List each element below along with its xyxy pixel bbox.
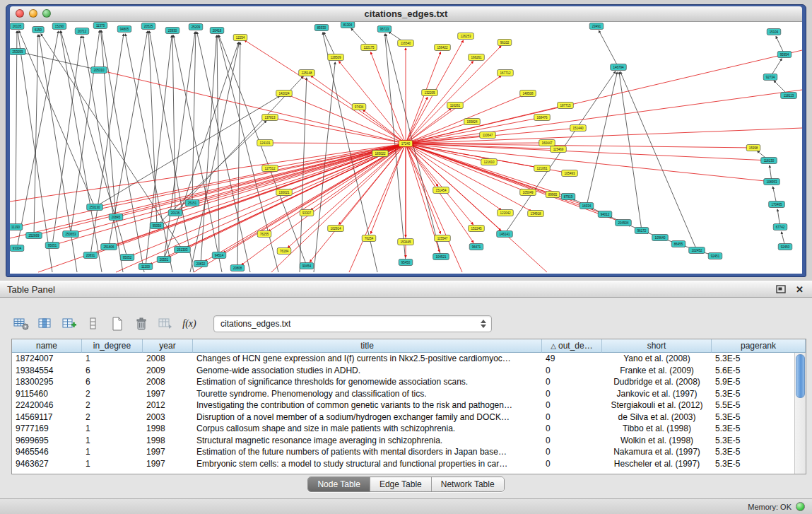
graph-node[interactable]: 168476	[534, 115, 551, 121]
graph-node[interactable]: 118113	[781, 93, 797, 99]
table-row[interactable]: 969969511998Structural magnetic resonanc…	[12, 435, 795, 447]
column-header-name[interactable]: name	[12, 339, 82, 353]
graph-node[interactable]: 76184	[277, 248, 291, 255]
graph-node[interactable]: 15998	[746, 145, 760, 151]
graph-node[interactable]: 126253	[458, 33, 474, 40]
graph-node[interactable]: 148508	[520, 90, 536, 97]
graph-node[interactable]: 187715	[558, 103, 574, 109]
graph-node[interactable]: 23930	[165, 28, 180, 34]
graph-node[interactable]: 118130	[761, 158, 777, 164]
graph-node[interactable]: 20525	[141, 23, 155, 30]
graph-node[interactable]: 104521	[433, 254, 449, 260]
graph-node[interactable]: 127512	[262, 165, 278, 172]
graph-node[interactable]: 20845	[109, 214, 123, 221]
graph-node[interactable]: 90454	[300, 263, 314, 269]
graph-node[interactable]: 96102	[498, 40, 512, 46]
graph-node[interactable]: 95051	[45, 243, 59, 249]
table-row[interactable]: 977716911998Corpus callosum shape and si…	[12, 423, 795, 435]
graph-node[interactable]: 116540	[398, 40, 414, 47]
graph-node[interactable]: 124101	[257, 140, 273, 146]
new-table-icon[interactable]	[107, 315, 127, 333]
network-window[interactable]: citations_edges.txt 17240116540122175128…	[6, 4, 806, 277]
graph-node[interactable]: 122175	[361, 45, 377, 51]
graph-node[interactable]: 85930	[314, 25, 329, 31]
graph-node[interactable]: 251303	[175, 247, 191, 253]
graph-node[interactable]: 87919	[561, 194, 575, 200]
vertical-scrollbar[interactable]	[794, 353, 806, 474]
graph-node[interactable]: 109640	[652, 235, 669, 241]
graph-node[interactable]: 146141	[497, 231, 513, 238]
edit-column-icon[interactable]	[59, 315, 79, 333]
graph-node[interactable]: 86455	[671, 241, 686, 247]
graph-node[interactable]: 95450	[399, 259, 413, 266]
graph-node[interactable]: 137813	[262, 115, 278, 121]
graph-node[interactable]: 130021	[276, 189, 293, 196]
graph-node[interactable]: 16934	[579, 203, 594, 209]
delete-table-icon[interactable]	[131, 315, 151, 333]
graph-node[interactable]: 115469	[551, 146, 567, 153]
graph-node[interactable]: 166261	[469, 54, 485, 61]
graph-node[interactable]: 94514	[212, 252, 226, 259]
graph-node[interactable]: 116261	[447, 103, 464, 109]
graph-node[interactable]: 94805	[117, 26, 131, 33]
graph-node[interactable]: 89965	[546, 192, 560, 198]
column-header-short[interactable]: short	[602, 339, 712, 353]
graph-node[interactable]: 251806	[101, 244, 117, 250]
graph-node[interactable]: 20832	[194, 261, 208, 267]
column-header-pagerank[interactable]: pagerank	[712, 339, 806, 353]
graph-node[interactable]: 151440	[570, 125, 587, 132]
column-header-in_degree[interactable]: in_degree	[82, 339, 143, 353]
float-panel-icon[interactable]	[776, 285, 786, 293]
network-graph[interactable]: 1724011654012217512850922514814202413781…	[10, 22, 802, 274]
graph-node[interactable]: 253059	[10, 49, 25, 55]
graph-node[interactable]: 76254	[362, 235, 376, 242]
graph-node[interactable]: 204504	[616, 220, 632, 226]
graph-node[interactable]: 94012	[598, 211, 612, 218]
graph-node[interactable]: 205310	[91, 67, 107, 74]
graph-node[interactable]: 102914	[328, 226, 344, 232]
zoom-button[interactable]	[42, 9, 51, 18]
graph-node[interactable]: 121061	[534, 165, 551, 172]
graph-node[interactable]: 128509	[328, 54, 344, 61]
graph-node[interactable]: 252669	[26, 233, 42, 239]
graph-node[interactable]: 26105	[10, 23, 24, 30]
graph-node[interactable]: 105049	[520, 189, 536, 196]
column-header-year[interactable]: year	[143, 339, 193, 353]
graph-node[interactable]: 11190	[10, 224, 23, 230]
graph-node[interactable]: 81304	[341, 22, 355, 28]
graph-node[interactable]: 93307	[300, 210, 314, 216]
graph-node[interactable]: 250653	[63, 231, 79, 238]
graph-node[interactable]: 20531	[157, 257, 171, 263]
graph-node[interactable]: 156422	[435, 45, 451, 51]
graph-node[interactable]: 93304	[10, 245, 24, 252]
graph-node[interactable]: 92450	[778, 244, 792, 250]
graph-node[interactable]: 108953	[764, 179, 780, 185]
table-selector-dropdown[interactable]: citations_edges.txt	[213, 315, 492, 332]
graph-node[interactable]: 151454	[433, 187, 449, 194]
graph-node[interactable]: 97434	[352, 104, 366, 110]
graph-node[interactable]: 20418	[210, 28, 224, 34]
graph-node[interactable]: 225148	[299, 70, 315, 76]
graph-node[interactable]: 20136	[168, 210, 182, 216]
graph-node[interactable]: 153445	[398, 239, 414, 245]
table-row[interactable]: 1938455462009Genome-wide association stu…	[12, 365, 795, 377]
minimize-button[interactable]	[29, 9, 37, 18]
function-builder-icon[interactable]: f(x)	[180, 315, 199, 333]
graph-node[interactable]: 95954	[777, 52, 792, 58]
network-canvas[interactable]: 1724011654012217512850922514814202413781…	[10, 22, 802, 274]
graph-node[interactable]: 11373	[93, 23, 107, 29]
graph-node[interactable]: 12254	[233, 35, 247, 41]
graph-node[interactable]: 95050	[150, 223, 164, 229]
table-row[interactable]: 1456911722003Disruption of a novel membe…	[12, 411, 795, 424]
graph-node[interactable]: 96172	[635, 228, 649, 234]
graph-node[interactable]: 20712	[75, 28, 89, 35]
graph-node[interactable]: 167712	[498, 70, 514, 76]
table-row[interactable]: 2242004622012Investigating the contribut…	[12, 399, 795, 411]
import-table-icon[interactable]	[155, 315, 175, 333]
graph-node[interactable]: 134918	[528, 211, 544, 217]
graph-node[interactable]: 25151	[185, 200, 199, 206]
graph-node[interactable]: 122042	[498, 210, 514, 216]
graph-node[interactable]: 67742	[773, 224, 787, 230]
graph-node[interactable]: 25209	[189, 24, 203, 30]
graph-node[interactable]: 6150	[33, 27, 44, 33]
